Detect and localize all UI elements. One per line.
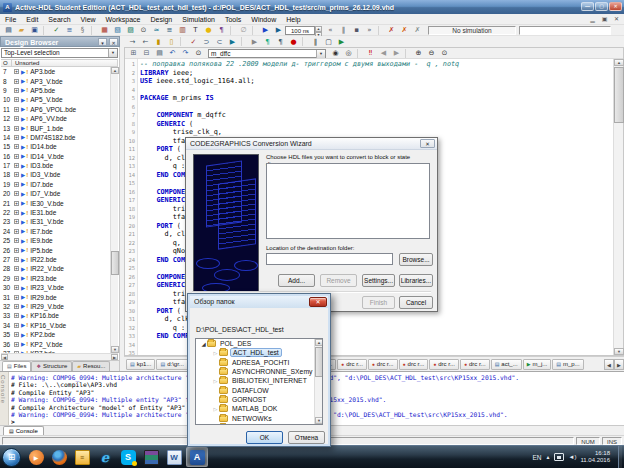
document-tab[interactable]: ●drc r... — [368, 359, 398, 370]
list-item[interactable]: 36+▶!KP2_V.bde — [1, 339, 110, 348]
sidebar-vertical-scrollbar[interactable]: ▲ ▼ — [110, 67, 118, 353]
nav-forward-icon[interactable]: ▶ — [390, 48, 403, 58]
find-in-files-icon[interactable]: ⊙ — [137, 25, 150, 35]
stop-sim-icon[interactable]: ▪ — [350, 25, 363, 35]
dialog-title-bar[interactable]: Обзор папок — [190, 296, 328, 308]
mdi-minimize-button[interactable]: ▁ — [588, 15, 597, 24]
taskbar-app-winrar[interactable] — [140, 447, 162, 467]
libraries-button[interactable]: Libraries... — [399, 274, 433, 287]
library-manager-icon[interactable]: ▥ — [176, 25, 189, 35]
list-item[interactable]: 10+▶!AP5_V.bde — [1, 95, 110, 104]
tab-files[interactable]: ▤Files — [2, 361, 31, 371]
nav-back-icon[interactable]: ◀ — [377, 48, 390, 58]
list-item[interactable]: 22+▶!IE31.bde — [1, 208, 110, 217]
expand-icon[interactable]: + — [14, 97, 19, 102]
find-selection-icon[interactable]: ◎ — [342, 48, 355, 58]
list-item[interactable]: 16+▶!ID14_V.bde — [1, 152, 110, 161]
top-level-selector[interactable]: Top-Level selection ▼ — [1, 48, 118, 58]
tab-resou[interactable]: ▰Resou... — [72, 361, 110, 371]
list-item[interactable]: 32+▶!IR29_V.bde — [1, 302, 110, 311]
list-item[interactable]: 34+▶!KP16_V.bde — [1, 321, 110, 330]
expand-icon[interactable]: + — [14, 304, 19, 309]
document-tab[interactable]: ▤kp1... — [126, 359, 155, 370]
expander-icon[interactable]: ▷ — [212, 406, 219, 412]
mdi-close-button[interactable]: ✕ — [612, 15, 621, 24]
window-new-icon[interactable]: ▢ — [322, 37, 335, 47]
find-icon[interactable]: ⊙ — [192, 48, 205, 58]
zoom-in-icon[interactable]: ⊕ — [412, 48, 425, 58]
signal-list-icon[interactable]: ≡ — [163, 25, 176, 35]
panel-menu-icon[interactable]: ▾ — [98, 38, 107, 46]
show-desktop-button[interactable] — [618, 446, 622, 468]
flow-diagram-icon[interactable]: ▶ — [226, 37, 239, 47]
taskbar-app-word[interactable]: W — [163, 447, 185, 467]
scroll-up-icon[interactable]: ▲ — [614, 59, 624, 66]
expand-icon[interactable]: + — [14, 257, 19, 262]
minimize-button[interactable]: — — [581, 2, 594, 11]
taskbar-app-firefox[interactable] — [48, 447, 70, 467]
editor-vertical-scrollbar[interactable]: ▲ ▼ — [613, 59, 623, 355]
finish-button[interactable]: Finish — [362, 296, 395, 309]
close-button[interactable]: ✕ — [609, 2, 622, 11]
expand-icon[interactable]: + — [14, 285, 19, 290]
expand-icon[interactable]: + — [14, 323, 19, 328]
group-ports-icon[interactable]: ⊃ — [200, 37, 213, 47]
expand-icon[interactable]: + — [14, 88, 19, 93]
expand-icon[interactable]: + — [14, 219, 19, 224]
open-file-icon[interactable]: ▰ — [15, 25, 28, 35]
language-indicator[interactable]: EN — [532, 454, 541, 461]
expand-icon[interactable]: + — [14, 295, 19, 300]
expander-icon[interactable]: ▷ — [212, 350, 219, 356]
list-item[interactable]: 12+▶!AP6_VV.bde — [1, 114, 110, 123]
column-unsorted[interactable]: Unsorted — [12, 59, 118, 67]
list-item[interactable]: 15+▶!ID14.bde — [1, 142, 110, 151]
document-tab[interactable]: ●drc r... — [460, 359, 490, 370]
sidebar-horizontal-scrollbar[interactable]: ◀ ▶ — [1, 353, 118, 360]
tree-item-act_hdl_test[interactable]: ▷ACT_HDL_test — [196, 348, 322, 357]
expand-icon[interactable]: + — [14, 201, 19, 206]
document-tab[interactable]: ●drc r... — [337, 359, 367, 370]
list-item[interactable]: 33+▶!KP16.bde — [1, 311, 110, 320]
text-editor-icon[interactable]: T — [189, 25, 202, 35]
menu-workspace[interactable]: Workspace — [101, 16, 146, 23]
mdi-restore-button[interactable]: ▣ — [600, 15, 609, 24]
tree-item-biblioteki_internet[interactable]: ▷BIBLIOTEKI_INTERNET — [196, 376, 322, 385]
record-macro-icon[interactable]: ● — [287, 37, 300, 47]
tab-structure[interactable]: ❖Structure — [31, 361, 72, 371]
taskbar-app-file-manager[interactable]: ≡ — [71, 447, 93, 467]
list-item[interactable]: 24+▶!IE7.bde — [1, 227, 110, 236]
expand-icon[interactable]: + — [14, 126, 19, 131]
expand-icon[interactable]: + — [14, 144, 19, 149]
expand-icon[interactable]: + — [14, 135, 19, 140]
scrollbar-thumb[interactable] — [614, 67, 624, 123]
tree-item-matlab_dok[interactable]: ▷MATLAB_DOK — [196, 404, 322, 413]
comment-block-icon[interactable]: ¶ — [261, 37, 274, 47]
preferences-icon[interactable]: ¶ — [215, 25, 228, 35]
scroll-down-icon[interactable]: ▼ — [111, 346, 119, 353]
hidden-icons-icon[interactable]: ▲ — [546, 454, 551, 460]
tree-item-pol_des[interactable]: ◢POL_DES — [196, 339, 322, 348]
expand-icon[interactable]: + — [14, 163, 19, 168]
menu-tools[interactable]: Tools — [220, 16, 246, 23]
run-until-icon[interactable]: ▶ — [272, 25, 285, 35]
document-tab[interactable]: ▤m_p... — [552, 359, 583, 370]
compile-all-icon[interactable]: ≡ — [63, 25, 76, 35]
paste-icon[interactable]: ⊟ — [140, 48, 153, 58]
expand-icon[interactable]: + — [14, 69, 19, 74]
chevron-down-icon[interactable]: ▼ — [108, 49, 117, 57]
ok-button[interactable]: OK — [246, 431, 283, 444]
run-script-icon[interactable]: ▶ — [335, 37, 348, 47]
close-icon[interactable]: ✕ — [420, 139, 435, 148]
search-input[interactable]: m_dffc ▼ — [208, 49, 326, 58]
tree-item-adresa_pochti[interactable]: ADRESA_POCHTI — [196, 358, 322, 367]
list-item[interactable]: 17+▶!ID3.bde — [1, 161, 110, 170]
list-item[interactable]: 8+▶!AP3_V.bde — [1, 76, 110, 85]
trace-over-icon[interactable]: ✗ — [398, 25, 411, 35]
design-browser-icon[interactable]: ▦ — [98, 25, 111, 35]
copy-icon[interactable]: ⊞ — [127, 48, 140, 58]
dialog-title-bar[interactable]: CODE2GRAPHICS Conversion Wizard — [186, 138, 437, 150]
expand-icon[interactable]: + — [14, 210, 19, 215]
list-item[interactable]: 30+▶!IR23_V.bde — [1, 283, 110, 292]
save-icon[interactable]: ▣ — [28, 25, 41, 35]
taskbar-app-skype[interactable]: S — [117, 447, 139, 467]
